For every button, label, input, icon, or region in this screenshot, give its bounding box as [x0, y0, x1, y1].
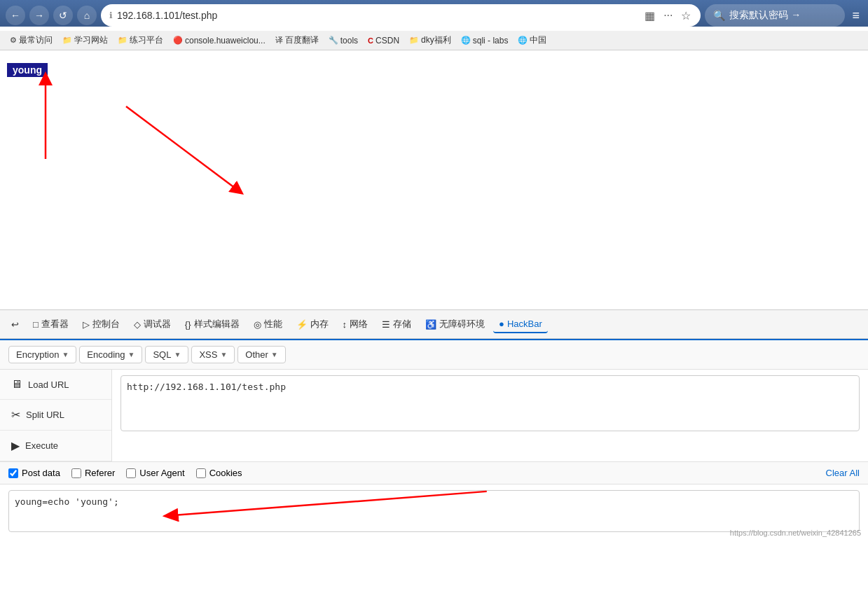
bookmark-item-practice[interactable]: 📁 练习平台 — [113, 33, 167, 48]
back-arrow-icon: ↩ — [11, 319, 19, 330]
bookmark-item-baidu[interactable]: 译 百度翻译 — [271, 33, 323, 48]
bookmark-item-tools[interactable]: 🔧 tools — [324, 34, 362, 47]
load-url-button[interactable]: 🖥 Load URL — [0, 370, 111, 400]
address-text: 192.168.1.101/test.php — [117, 10, 639, 21]
accessibility-icon: ♿ — [425, 319, 436, 330]
hackbar-icon: ● — [499, 319, 504, 329]
execute-label: Execute — [25, 440, 58, 451]
hackbar-bottom: Post data Referer User Agent Cookies Cle… — [0, 461, 868, 540]
hackbar-content — [112, 370, 868, 461]
encryption-label: Encryption — [16, 349, 59, 360]
browser-menu-button[interactable]: ··· — [662, 8, 674, 23]
nav-bar: ← → ↺ ⌂ ℹ 192.168.1.101/test.php ▦ ··· ☆… — [6, 4, 862, 27]
bookmark-item-csdn[interactable]: C CSDN — [364, 34, 404, 47]
encryption-dropdown[interactable]: Encryption ▼ — [8, 346, 76, 363]
address-actions: ▦ ··· ☆ — [643, 8, 692, 24]
reload-button[interactable]: ↺ — [53, 6, 73, 25]
load-url-icon: 🖥 — [11, 378, 22, 391]
hackbar-panel: Encryption ▼ Encoding ▼ SQL ▼ XSS ▼ Othe… — [0, 339, 868, 540]
back-button[interactable]: ← — [6, 6, 25, 25]
post-data-input[interactable] — [8, 490, 860, 532]
bookmark-item-dky[interactable]: 📁 dky福利 — [405, 33, 455, 48]
devtools-tab-network[interactable]: ↕ 网络 — [337, 315, 374, 333]
bookmark-item-study[interactable]: 📁 学习网站 — [58, 33, 112, 48]
bookmark-label: 最常访问 — [19, 34, 53, 46]
load-url-label: Load URL — [28, 379, 69, 390]
devtools-tab-label: 性能 — [264, 318, 282, 330]
bookmark-button[interactable]: ☆ — [680, 8, 692, 24]
devtools-tab-performance[interactable]: ◎ 性能 — [248, 315, 288, 333]
devtools-tab-storage[interactable]: ☰ 存储 — [376, 315, 417, 333]
home-button[interactable]: ⌂ — [77, 6, 97, 25]
console-icon: ▷ — [83, 319, 90, 330]
devtools-tab-label: 内存 — [310, 318, 329, 330]
hackbar-sidebar: 🖥 Load URL ✂ Split URL ▶ Execute — [0, 370, 112, 461]
style-editor-icon: {} — [185, 319, 191, 330]
execute-button[interactable]: ▶ Execute — [0, 431, 111, 461]
devtools-tab-accessibility[interactable]: ♿ 无障碍环境 — [420, 315, 490, 333]
post-data-checkbox-label[interactable]: Post data — [8, 468, 60, 478]
chevron-down-icon: ▼ — [62, 351, 69, 358]
url-input[interactable] — [120, 375, 860, 431]
devtools-tab-memory[interactable]: ⚡ 内存 — [291, 315, 334, 333]
svg-line-1 — [126, 106, 238, 190]
devtools-tab-inspector[interactable]: □ 查看器 — [27, 315, 74, 333]
split-url-icon: ✂ — [11, 408, 20, 421]
browser-hamburger-icon[interactable]: ≡ — [849, 6, 862, 26]
bookmark-label: 中国 — [530, 34, 546, 46]
referer-checkbox[interactable] — [71, 468, 81, 478]
devtools-tab-label: 存储 — [393, 318, 411, 330]
cookies-label: Cookies — [209, 468, 242, 478]
clear-all-button[interactable]: Clear All — [826, 468, 860, 478]
search-bar[interactable]: 🔍 搜索默认密码 → — [705, 4, 845, 27]
cookies-checkbox-label[interactable]: Cookies — [196, 468, 242, 478]
devtools-tab-style-editor[interactable]: {} 样式编辑器 — [179, 315, 245, 333]
devtools-back-button[interactable]: ↩ — [6, 316, 25, 333]
encoding-dropdown[interactable]: Encoding ▼ — [79, 346, 142, 363]
gear-icon: ⚙ — [10, 36, 17, 45]
forward-button[interactable]: → — [29, 6, 49, 25]
bookmark-label: dky福利 — [421, 34, 451, 46]
post-data-area: https://blog.csdn.net/weixin_42841265 — [0, 484, 868, 540]
search-text: 搜索默认密码 → — [729, 9, 801, 22]
user-agent-checkbox[interactable] — [126, 468, 136, 478]
sql-dropdown[interactable]: SQL ▼ — [145, 346, 188, 363]
cookies-checkbox[interactable] — [196, 468, 206, 478]
bookmark-label: 百度翻译 — [285, 34, 319, 46]
performance-icon: ◎ — [254, 319, 261, 330]
address-icon: ℹ — [109, 11, 113, 20]
bookmark-label: CSDN — [376, 36, 399, 46]
address-bar[interactable]: ℹ 192.168.1.101/test.php ▦ ··· ☆ — [101, 4, 701, 27]
translate-icon: 译 — [275, 35, 283, 46]
user-agent-checkbox-label[interactable]: User Agent — [126, 468, 184, 478]
folder-icon: 📁 — [118, 36, 128, 45]
devtools-tab-hackbar[interactable]: ● HackBar — [493, 316, 548, 333]
qr-button[interactable]: ▦ — [643, 8, 656, 24]
network-icon: ↕ — [343, 319, 347, 330]
folder-icon: 📁 — [409, 36, 419, 45]
page-content: young — [0, 50, 868, 309]
chevron-down-icon: ▼ — [128, 351, 135, 358]
devtools-tab-debugger[interactable]: ◇ 调试器 — [128, 315, 177, 333]
folder-icon: 📁 — [62, 36, 72, 45]
bookmark-label: 学习网站 — [74, 34, 108, 46]
bookmark-item-frequent[interactable]: ⚙ 最常访问 — [6, 33, 57, 48]
other-dropdown[interactable]: Other ▼ — [237, 346, 285, 363]
referer-checkbox-label[interactable]: Referer — [71, 468, 115, 478]
bookmark-item-china[interactable]: 🌐 中国 — [514, 33, 551, 48]
bookmark-item-sqli[interactable]: 🌐 sqli - labs — [457, 34, 513, 47]
devtools-tab-console[interactable]: ▷ 控制台 — [77, 315, 125, 333]
storage-icon: ☰ — [382, 319, 390, 330]
bookmark-item-huawei[interactable]: 🔴 console.huaweiclou... — [169, 34, 270, 47]
devtools-bar: ↩ □ 查看器 ▷ 控制台 ◇ 调试器 {} 样式编辑器 ◎ 性能 ⚡ 内存 ↕… — [0, 309, 868, 339]
post-data-checkbox[interactable] — [8, 468, 18, 478]
execute-icon: ▶ — [11, 439, 20, 452]
devtools-tab-label: 查看器 — [41, 318, 69, 330]
tools-icon: 🔧 — [329, 36, 338, 45]
huawei-icon: 🔴 — [173, 36, 183, 45]
split-url-button[interactable]: ✂ Split URL — [0, 400, 111, 431]
devtools-tab-label: 控制台 — [92, 318, 120, 330]
xss-dropdown[interactable]: XSS ▼ — [191, 346, 235, 363]
devtools-tab-label: 无障碍环境 — [439, 318, 485, 330]
user-agent-label: User Agent — [139, 468, 184, 478]
